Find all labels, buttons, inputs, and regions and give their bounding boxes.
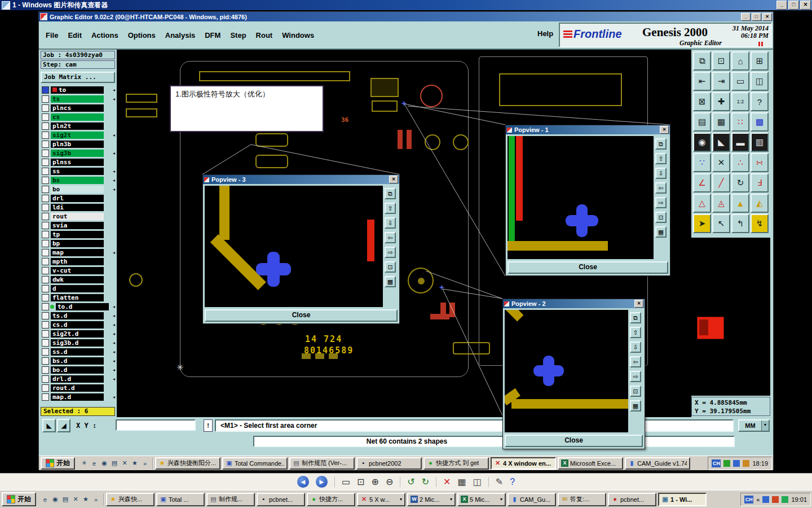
popview-tool-4[interactable]: ⇨	[385, 247, 396, 258]
layer-checkbox[interactable]	[42, 95, 49, 103]
layer-row-ts.d[interactable]: ts.d◂	[41, 311, 116, 320]
tool-snapshot-button[interactable]: ◉	[693, 133, 711, 152]
layer-name[interactable]: ss.d	[51, 348, 104, 356]
popview-tool-5[interactable]: ⊡	[385, 261, 396, 273]
layer-checkbox[interactable]	[42, 86, 49, 94]
popview-tool-5[interactable]: ⊡	[655, 212, 667, 223]
quick-launch-icon-5[interactable]: »	[92, 496, 100, 503]
popview-3-canvas[interactable]	[205, 186, 383, 307]
popview-tool-1[interactable]: ⇧	[630, 327, 641, 338]
tray-icon-2[interactable]	[743, 460, 749, 467]
layer-checkbox[interactable]	[42, 240, 49, 247]
popview-tool-6[interactable]: ▦	[385, 276, 396, 287]
edit-button[interactable]: ✎	[496, 476, 503, 488]
rotate-counterclockwise-button[interactable]: ↺	[407, 476, 414, 488]
zoom-out-button[interactable]: ⊖	[386, 476, 393, 488]
taskbar-item[interactable]: ★兴森快捷衡阳分...	[155, 457, 220, 470]
taskbar-item[interactable]: ▣Total ...	[156, 493, 205, 506]
layer-name[interactable]: ldi	[51, 204, 104, 211]
taskbar-item[interactable]: X5 Mic...▾	[457, 493, 506, 506]
print-button[interactable]: ▦	[458, 476, 466, 488]
layer-slider-arrow-icon[interactable]: ◂	[113, 395, 115, 400]
layer-row-bs[interactable]: bs◂	[41, 176, 116, 185]
layer-name[interactable]: bp	[51, 240, 104, 247]
menu-windows[interactable]: Windows	[282, 31, 314, 40]
tool-select-yellow-button[interactable]: ➤	[693, 214, 711, 233]
tool-split-view-button[interactable]: ◫	[751, 72, 769, 91]
layer-row-cs[interactable]: cs	[41, 112, 116, 121]
layer-name[interactable]: svia	[51, 222, 104, 229]
tool-zoom-ratio-button[interactable]: 1:2	[731, 92, 749, 111]
layer-row-sig3b.d[interactable]: sig3b.d◂	[41, 338, 116, 347]
layer-row-sig3b[interactable]: sig3b◂	[41, 148, 116, 157]
layer-checkbox[interactable]	[42, 141, 49, 148]
popview-tool-1[interactable]: ⇧	[655, 153, 667, 164]
rotate-clockwise-button[interactable]: ↻	[422, 476, 429, 488]
layer-checkbox[interactable]	[42, 339, 49, 347]
popview-tool-4[interactable]: ⇨	[655, 197, 667, 208]
best-fit-button[interactable]: ⊡	[357, 476, 364, 488]
layer-slider-arrow-icon[interactable]: ◂	[113, 331, 115, 336]
close-button[interactable]: ✕	[800, 1, 811, 10]
popview-1-canvas[interactable]	[508, 136, 654, 259]
layer-row-pln3b[interactable]: pln3b	[41, 139, 116, 148]
layer-checkbox[interactable]	[42, 321, 49, 329]
layer-checkbox[interactable]	[42, 249, 49, 256]
quick-launch-icon-4[interactable]: ★	[82, 496, 90, 503]
taskbar-item[interactable]: ★兴森快...	[106, 493, 155, 506]
tool-chain-button[interactable]: ∴	[731, 153, 749, 172]
actual-size-button[interactable]: ▭	[342, 476, 350, 488]
active-color-swatch[interactable]	[697, 317, 724, 339]
layer-row-rout[interactable]: rout	[41, 212, 116, 221]
grid-mode-button[interactable]: ◢	[57, 419, 70, 432]
taskbar-item[interactable]: ●快捷方式 到 get	[423, 457, 489, 470]
layer-checkbox[interactable]	[42, 384, 49, 392]
language-indicator[interactable]: CH	[712, 459, 721, 467]
layer-name[interactable]: rout.d	[51, 384, 104, 392]
layer-slider-arrow-icon[interactable]: ◂	[113, 151, 115, 156]
layer-row-ss.d[interactable]: ss.d◂	[41, 347, 116, 356]
layer-name[interactable]: plnss	[51, 159, 104, 166]
popview-tool-2[interactable]: ⇩	[655, 168, 667, 179]
layer-checkbox[interactable]	[42, 113, 49, 121]
tool-pan-left-button[interactable]: ⇤	[693, 72, 711, 91]
layer-checkbox[interactable]	[42, 366, 49, 374]
layer-name[interactable]: cs	[51, 113, 104, 121]
tool-select-flash-button[interactable]: ↯	[751, 214, 769, 233]
quick-launch-icon-3[interactable]: ✕	[72, 496, 80, 503]
tool-triangle-half-button[interactable]: ◭	[751, 194, 769, 213]
layer-checkbox[interactable]	[42, 267, 49, 274]
tool-points-button[interactable]: ∵	[693, 153, 711, 172]
quick-launch-icon-2[interactable]: ▤	[61, 496, 69, 503]
layer-row-sig2t[interactable]: sig2t◂	[41, 130, 116, 139]
popview-tool-0[interactable]: ⧉	[630, 312, 641, 323]
taskbar-item[interactable]: ▣1 - Wi...	[658, 493, 707, 506]
stack-dropdown-icon[interactable]: ▾	[450, 497, 452, 502]
layer-row-ts[interactable]: ts◂	[41, 94, 116, 103]
editor-close-button[interactable]: ✕	[762, 13, 772, 21]
job-matrix-button[interactable]: Job Matrix ...	[41, 72, 115, 83]
popview-tool-6[interactable]: ▦	[655, 226, 667, 238]
menu-rout[interactable]: Rout	[256, 31, 273, 40]
popview-tool-3[interactable]: ⇦	[655, 182, 667, 194]
menu-file[interactable]: File	[46, 31, 58, 40]
taskbar-item[interactable]: ✕4 X window en...	[491, 457, 556, 470]
layer-row-plnss[interactable]: plnss	[41, 157, 116, 167]
popview-tool-0[interactable]: ⧉	[385, 188, 396, 199]
snap-mode-button[interactable]: ◣	[42, 419, 56, 432]
tool-screen-button[interactable]: ⊡	[712, 51, 730, 71]
tool-measure-button[interactable]: ▥	[751, 133, 769, 152]
layer-name[interactable]: bo.d	[51, 366, 104, 374]
layer-name[interactable]: to	[51, 86, 104, 94]
tool-window-button[interactable]: ▭	[731, 72, 749, 91]
layer-slider-arrow-icon[interactable]: ◂	[113, 178, 115, 183]
layer-row-pln2t[interactable]: pln2t	[41, 121, 116, 130]
layer-checkbox[interactable]	[42, 204, 49, 211]
layer-checkbox[interactable]	[42, 393, 49, 401]
tray-chevron-icon[interactable]: «	[756, 496, 760, 503]
taskbar-item[interactable]: ●pcbnet...	[608, 493, 656, 506]
tool-ruler-button[interactable]: ▬	[731, 133, 749, 152]
tool-grid-toggle-button[interactable]: ▦	[712, 112, 730, 132]
layer-checkbox[interactable]	[42, 276, 49, 283]
layer-checkbox[interactable]	[42, 177, 49, 184]
